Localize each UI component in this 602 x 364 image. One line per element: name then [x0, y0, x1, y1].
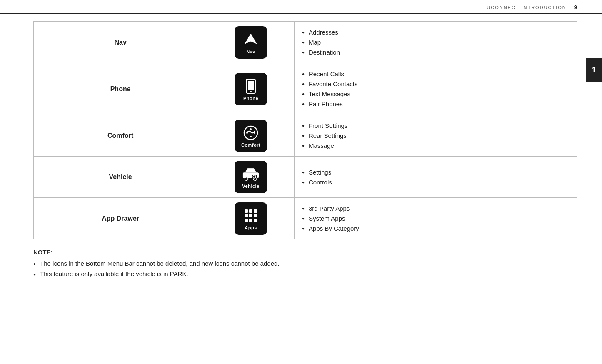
row-features: Recent CallsFavorite ContactsText Messag…	[294, 63, 577, 115]
svg-rect-24	[245, 219, 248, 222]
side-tab: 1	[586, 58, 602, 82]
feature-item: Recent Calls	[302, 70, 569, 77]
svg-rect-20	[254, 209, 257, 213]
feature-item: Favorite Contacts	[302, 80, 569, 87]
apps-icon-svg	[242, 207, 260, 224]
feature-item: Settings	[302, 169, 569, 176]
note-item: This feature is only available if the ve…	[33, 270, 577, 277]
svg-point-6	[246, 132, 248, 134]
features-table: Nav NavAddressesMapDestinationPhone Phon…	[33, 21, 577, 239]
feature-item: Map	[302, 39, 569, 46]
svg-point-5	[250, 128, 252, 130]
row-icon-cell: Vehicle	[207, 157, 295, 198]
feature-item: 3rd Party Apps	[302, 205, 569, 212]
svg-rect-19	[249, 209, 252, 213]
content-area: Nav NavAddressesMapDestinationPhone Phon…	[0, 21, 602, 293]
table-row: Comfort ComfortFront SettingsRear Settin…	[34, 115, 577, 157]
phone-icon: Phone	[235, 73, 267, 105]
apps-icon: Apps	[235, 202, 267, 235]
svg-point-4	[244, 126, 257, 140]
header-page-number: 9	[574, 4, 577, 10]
feature-item: Rear Settings	[302, 132, 569, 139]
feature-item: Pair Phones	[302, 100, 569, 107]
nav-icon-label: Nav	[246, 49, 255, 54]
feature-item: Massage	[302, 142, 569, 149]
nav-icon: Nav	[235, 26, 267, 59]
row-icon-cell: Nav	[207, 22, 295, 63]
row-features: Front SettingsRear SettingsMassage	[294, 115, 577, 157]
row-icon-cell: Comfort	[207, 115, 295, 157]
comfort-icon: Comfort	[235, 120, 267, 152]
feature-item: Controls	[302, 179, 569, 186]
svg-rect-25	[249, 219, 252, 222]
row-features: 3rd Party AppsSystem AppsApps By Categor…	[294, 198, 577, 239]
row-features: SettingsControls	[294, 157, 577, 198]
svg-rect-21	[245, 214, 248, 217]
table-row: Vehicle VehicleSettingsControls	[34, 157, 577, 198]
svg-point-10	[245, 177, 248, 181]
vehicle-icon-label: Vehicle	[242, 184, 259, 189]
table-row: Nav NavAddressesMapDestination	[34, 22, 577, 63]
row-name: App Drawer	[34, 198, 207, 239]
row-name: Vehicle	[34, 157, 207, 198]
vehicle-icon: Vehicle	[235, 161, 267, 193]
svg-marker-0	[245, 34, 257, 44]
feature-item: Text Messages	[302, 90, 569, 97]
header-title: UCONNECT INTRODUCTION	[487, 5, 567, 10]
row-name: Phone	[34, 63, 207, 115]
svg-rect-23	[254, 214, 257, 217]
row-name: Comfort	[34, 115, 207, 157]
row-name: Nav	[34, 22, 207, 63]
feature-item: Destination	[302, 49, 569, 56]
feature-item: System Apps	[302, 215, 569, 222]
row-features: AddressesMapDestination	[294, 22, 577, 63]
phone-icon-label: Phone	[243, 96, 258, 101]
page-header: UCONNECT INTRODUCTION 9	[0, 0, 602, 14]
vehicle-icon-svg	[242, 165, 260, 183]
nav-icon-svg	[242, 31, 260, 48]
note-list: The icons in the Bottom Menu Bar cannot …	[33, 260, 577, 277]
feature-item: Front Settings	[302, 122, 569, 129]
note-item: The icons in the Bottom Menu Bar cannot …	[33, 260, 577, 267]
svg-rect-2	[248, 81, 254, 90]
svg-point-8	[250, 136, 252, 137]
svg-rect-18	[245, 209, 248, 213]
svg-rect-26	[254, 219, 257, 222]
svg-rect-22	[249, 214, 252, 217]
row-icon-cell: Apps	[207, 198, 295, 239]
svg-point-3	[250, 91, 252, 92]
svg-point-7	[254, 132, 255, 134]
row-icon-cell: Phone	[207, 63, 295, 115]
apps-icon-label: Apps	[245, 225, 257, 230]
comfort-icon-svg	[242, 124, 260, 142]
table-row: Phone PhoneRecent CallsFavorite Contacts…	[34, 63, 577, 115]
note-section: NOTE: The icons in the Bottom Menu Bar c…	[33, 249, 577, 277]
note-label: NOTE:	[33, 249, 577, 256]
feature-item: Addresses	[302, 29, 569, 36]
table-row: App Drawer Apps3rd Party AppsSystem Apps…	[34, 198, 577, 239]
phone-icon-svg	[242, 77, 260, 95]
feature-item: Apps By Category	[302, 225, 569, 232]
comfort-icon-label: Comfort	[241, 142, 260, 147]
